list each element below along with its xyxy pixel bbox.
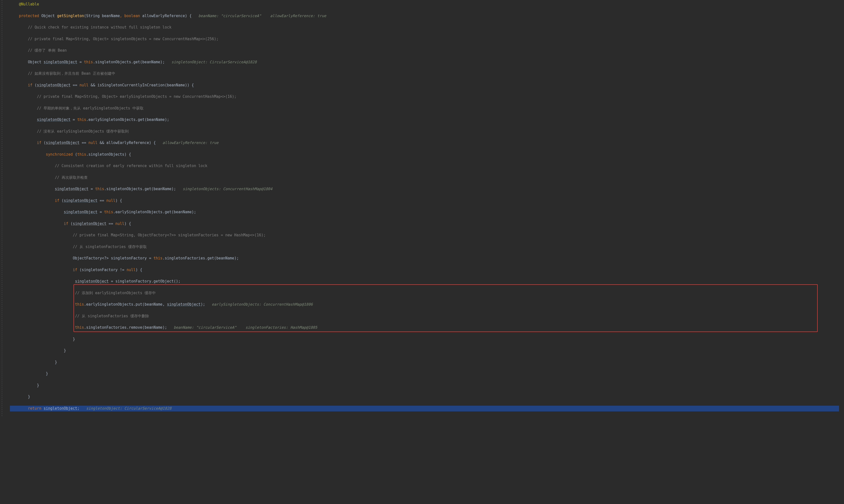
comment: // 缓存了 单例 Bean [28,48,67,53]
comment: // Consistent creation of early referenc… [55,164,207,168]
execution-line: return singletonObject; singletonObject:… [10,406,839,411]
value-hint: singletonObjects: ConcurrentHashMap@1804 [182,187,272,191]
comment: // private final Map<String, Object> ear… [37,94,236,99]
comment: // private final Map<String, Object> sin… [28,37,218,41]
value-hint: singletonFactories: HashMap@1805 [245,325,317,330]
value-hint: allowEarlyReference: true [162,141,218,145]
code-block[interactable]: @Nullable protected Object getSingleton(… [0,1,844,417]
code-editor[interactable]: @Nullable protected Object getSingleton(… [0,0,844,417]
comment: // 如果没有获取到，并且当前 Bean 正在被创建中 [28,71,115,76]
comment: // 早期的单例对象，先从 earlySingletonObjects 中获取 [37,106,144,110]
box-anchor-end: this.singletonFactories.remove(beanName)… [10,325,839,330]
comment: // private final Map<String, ObjectFacto… [73,233,266,237]
value-hint: beanName: "circularServiceA" [174,325,236,330]
comment: // 再次获取并检查 [55,175,88,180]
comment: // Quick check for existing instance wit… [28,25,171,30]
value-hint: singletonObject: CircularServiceA@1828 [86,406,171,411]
param-hint: allowEarlyReference: true [270,14,327,18]
value-hint: earlySingletonObjects: ConcurrentHashMap… [212,302,313,307]
comment: // 添加到 earlySingletonObjects 缓存中 [75,291,156,295]
comment: // 没有从 earlySingletonObjects 缓存中获取到 [37,129,129,133]
method-name: getSingleton [57,14,84,18]
comment: // 从 singletonFactories 缓存中获取 [73,245,147,249]
comment: // 从 singletonFactories 缓存中删除 [75,314,149,318]
param-hint: beanName: "circularServiceA" [198,14,261,18]
box-anchor-start: singletonObject = singletonFactory.getOb… [10,278,839,284]
annotation-nullable: @Nullable [19,2,39,6]
editor-gutter [0,0,4,417]
value-hint: singletonObject: CircularServiceA@1828 [171,60,257,64]
